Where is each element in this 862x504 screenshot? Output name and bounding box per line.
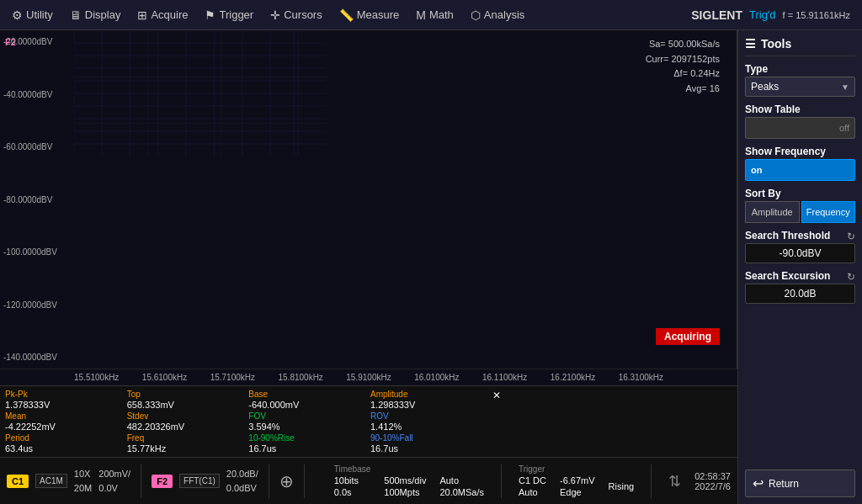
ch-separator-2 <box>269 464 269 498</box>
x-label-4: 15.8100kHz <box>278 373 322 382</box>
sort-frequency-btn[interactable]: Frequency <box>801 201 856 223</box>
return-label: Return <box>769 478 799 490</box>
measurements-table: Pk-Pk 1.378333V Top 658.333mV Base -640.… <box>0 385 737 457</box>
meas-amplitude-label: Amplitude <box>370 390 489 399</box>
timebase-mpts: 100Mpts <box>384 487 426 497</box>
x-axis: 15.5100kHz 15.6100kHz 15.7100kHz 15.8100… <box>0 369 737 385</box>
time-display: 02:58:37 2022/7/6 <box>694 471 731 491</box>
meas-top-value: 658.333mV <box>127 400 246 410</box>
meas-period: Period 63.4us <box>5 433 124 454</box>
threshold-header-row: Search Threshold ↻ <box>745 230 855 243</box>
measure-icon: 📏 <box>339 8 354 22</box>
acquiring-badge: Acquiring <box>656 328 720 345</box>
search-threshold-section: Search Threshold ↻ -90.0dBV <box>745 230 855 263</box>
right-panel: ☰ Tools Type Peaks ▼ Show Table off Show… <box>737 30 862 504</box>
x-label-1: 15.5100kHz <box>74 373 119 382</box>
type-label: Type <box>745 63 855 75</box>
meas-period-value: 63.4us <box>5 443 124 454</box>
brand-name: SIGLENT <box>691 8 742 22</box>
meas-amplitude: Amplitude 1.298333V <box>370 390 489 410</box>
meas-mean: Mean -4.22252mV <box>5 411 124 432</box>
show-frequency-toggle[interactable]: on <box>745 159 855 181</box>
sort-amplitude-btn[interactable]: Amplitude <box>745 201 800 223</box>
dropdown-arrow-icon: ▼ <box>841 82 849 92</box>
x-label-6: 16.0100kHz <box>414 373 459 382</box>
meas-freq-label: Freq <box>127 433 246 443</box>
meas-close[interactable]: ✕ <box>492 390 509 410</box>
search-excursion-label: Search Excursion <box>745 270 830 282</box>
menu-utility[interactable]: ⚙ Utility <box>3 5 61 25</box>
x-label-5: 15.9100kHz <box>346 373 391 382</box>
meas-rov: ROV 1.412% <box>370 411 489 432</box>
usb-icon: ⇅ <box>668 472 681 491</box>
trigger-edge: Edge <box>560 487 595 497</box>
f2-v2: 0.0dBV <box>226 481 258 496</box>
y-axis: -20.0000dBV -40.0000dBV -60.0000dBV -80.… <box>0 30 76 369</box>
waveform-info: Sa= 500.00kSa/s Curr= 2097152pts Δf= 0.2… <box>646 37 720 96</box>
timebase-sps-spacer <box>439 464 484 474</box>
menu-acquire[interactable]: ⊞ Acquire <box>129 5 196 25</box>
menu-trigger[interactable]: ⚑ Trigger <box>196 5 262 25</box>
meas-rise-label: 10-90%Rise <box>248 433 367 443</box>
y-label-2: -40.0000dBV <box>3 90 72 99</box>
trigger-volt: -6.67mV <box>560 475 595 485</box>
timebase-bits: 10bits <box>334 475 371 485</box>
panel-title: Tools <box>761 37 791 50</box>
meas-rise: 10-90%Rise 16.7us <box>248 433 367 454</box>
menu-analysis[interactable]: ⬡ Analysis <box>462 5 533 25</box>
excursion-refresh-icon[interactable]: ↻ <box>847 271 855 283</box>
return-icon: ↩ <box>753 475 764 491</box>
meas-pkpk-label: Pk-Pk <box>5 390 124 399</box>
analysis-icon: ⬡ <box>471 8 481 22</box>
display-icon: 🖥 <box>70 8 82 22</box>
ch-separator-1 <box>141 464 141 498</box>
show-frequency-label: Show Frequency <box>745 146 855 157</box>
f2-badge[interactable]: F2 <box>152 475 173 488</box>
meas-freq: Freq 15.77kHz <box>127 433 246 454</box>
timebase-block: Timebase 10bits 0.0s <box>334 464 371 497</box>
x-label-9: 16.3100kHz <box>619 373 663 382</box>
right-status: Timebase 10bits 0.0s 500ms/div 100Mpts A… <box>334 464 731 498</box>
type-dropdown[interactable]: Peaks ▼ <box>745 77 855 97</box>
search-excursion-value[interactable]: 20.0dB <box>745 284 855 304</box>
menu-math[interactable]: M Math <box>407 5 462 25</box>
sort-by-label: Sort By <box>745 188 855 199</box>
meas-pkpk: Pk-Pk 1.378333V <box>5 390 124 410</box>
f2-mode[interactable]: FFT(C1) <box>179 474 220 488</box>
utility-icon: ⚙ <box>12 8 23 22</box>
menu-display[interactable]: 🖥 Display <box>61 5 130 25</box>
sort-by-section: Sort By Amplitude Frequency <box>745 188 855 223</box>
meas-rov-value: 1.412% <box>370 422 489 432</box>
info-curr: Curr= 2097152pts <box>646 52 720 67</box>
c1-mode[interactable]: AC1M <box>35 474 67 488</box>
timebase-div-spacer <box>384 464 426 474</box>
y-label-6: -120.0000dBV <box>3 300 72 310</box>
meas-base-label: Base <box>248 390 367 399</box>
waveform-svg <box>74 30 327 157</box>
menu-measure[interactable]: 📏 Measure <box>331 5 408 25</box>
meas-freq-value: 15.77kHz <box>127 443 246 454</box>
channel-bar: C1 AC1M 10X 20M 200mV/ 0.0V F2 FFT(C1) 2… <box>0 457 737 504</box>
meas-fov: FOV 3.594% <box>248 411 367 432</box>
meas-fall-label: 90-10%Fall <box>370 433 489 443</box>
show-table-toggle[interactable]: off <box>745 117 855 139</box>
waveform-container: F2 Sa= 500.00kSa/s Curr= 2097152pts Δf= … <box>0 30 737 369</box>
meas-fov-label: FOV <box>248 411 367 421</box>
return-button[interactable]: ↩ Return <box>745 470 855 497</box>
threshold-refresh-icon[interactable]: ↻ <box>847 231 855 242</box>
show-table-state: off <box>839 123 849 133</box>
cursors-icon: ✛ <box>270 8 280 22</box>
search-threshold-value[interactable]: -90.0dBV <box>745 243 855 263</box>
menu-cursors[interactable]: ✛ Cursors <box>262 5 331 25</box>
c1-badge[interactable]: C1 <box>7 475 29 488</box>
menu-measure-label: Measure <box>357 8 400 21</box>
meas-stdev-value: 482.20326mV <box>127 422 246 432</box>
clock-date: 2022/7/6 <box>694 481 731 491</box>
scope-area: F2 Sa= 500.00kSa/s Curr= 2097152pts Δf= … <box>0 30 737 504</box>
info-delta-f: Δf= 0.24Hz <box>646 66 720 82</box>
x-label-2: 15.6100kHz <box>142 373 187 382</box>
show-table-section: Show Table off <box>745 103 855 139</box>
menu-math-label: Math <box>429 8 454 21</box>
panel-header: ☰ Tools <box>745 37 855 56</box>
c1-divs: 200mV/ 0.0V <box>98 467 130 495</box>
